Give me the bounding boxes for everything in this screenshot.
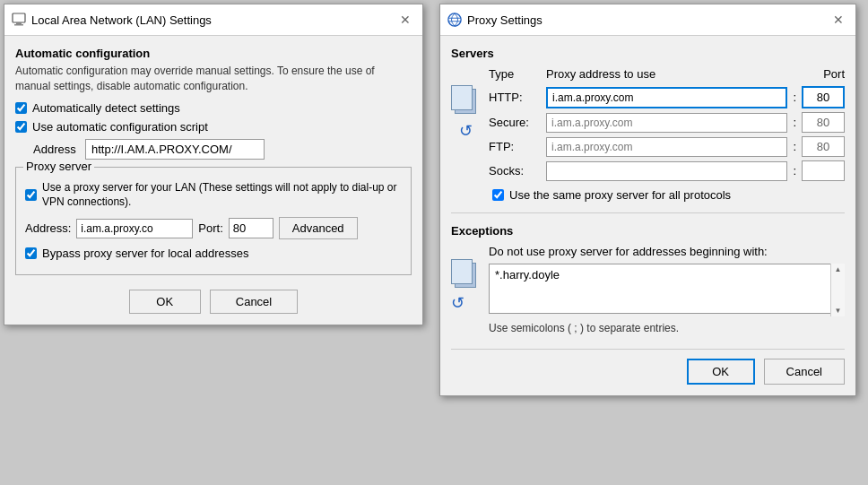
exceptions-section: Exceptions ↺ Do not use proxy server for… — [451, 224, 845, 334]
same-proxy-row: Use the same proxy server for all protoc… — [492, 188, 845, 202]
lan-dialog-content: Automatic configuration Automatic config… — [4, 36, 422, 325]
exceptions-desc: Do not use proxy server for addresses be… — [489, 245, 845, 258]
servers-icon: ↺ — [451, 85, 480, 141]
exceptions-textarea-wrap: ▲ ▼ — [489, 264, 845, 316]
ftp-port-input[interactable] — [802, 136, 845, 157]
http-address-input[interactable] — [546, 87, 787, 108]
proxy-server-section-label: Proxy server — [23, 160, 94, 173]
bypass-checkbox[interactable] — [25, 247, 37, 259]
secure-server-row: Secure: : — [489, 112, 845, 133]
secure-colon: : — [791, 116, 798, 129]
lan-title-icon — [12, 13, 26, 27]
proxy-dialog-buttons: OK Cancel — [451, 349, 845, 385]
http-port-input[interactable] — [802, 86, 845, 108]
secure-address-input[interactable] — [546, 113, 787, 133]
svg-point-3 — [448, 13, 461, 26]
bypass-row: Bypass proxy server for local addresses — [25, 247, 402, 260]
auto-config-section-label: Automatic configuration — [15, 47, 412, 60]
servers-header: Servers — [451, 47, 845, 60]
arrow-icon: ↺ — [459, 121, 473, 141]
lan-cancel-button[interactable]: Cancel — [210, 290, 298, 314]
col-type-header: Type — [489, 67, 542, 81]
script-address-input[interactable] — [85, 139, 265, 160]
socks-port-input[interactable] — [802, 160, 845, 181]
lan-dialog-buttons: OK Cancel — [15, 290, 412, 314]
same-proxy-checkbox[interactable] — [492, 189, 504, 201]
page-front-icon — [451, 85, 473, 110]
exceptions-arrow-icon: ↺ — [451, 293, 480, 313]
exceptions-right: Do not use proxy server for addresses be… — [489, 245, 845, 334]
use-proxy-checkbox[interactable] — [25, 189, 37, 201]
proxy-dialog-title: Proxy Settings — [467, 13, 542, 27]
ftp-label: FTP: — [489, 140, 542, 153]
ftp-address-input[interactable] — [546, 137, 787, 157]
lan-close-button[interactable]: ✕ — [395, 10, 415, 30]
proxy-server-group: Proxy server Use a proxy server for your… — [15, 167, 412, 276]
proxy-close-button[interactable]: ✕ — [829, 10, 848, 30]
auto-detect-label: Automatically detect settings — [32, 101, 180, 115]
col-address-header: Proxy address to use — [546, 67, 798, 81]
svg-rect-0 — [13, 13, 25, 22]
proxy-dialog-content: Servers ↺ Type Proxy address to use — [440, 36, 855, 395]
proxy-use-row: Use a proxy server for your LAN (These s… — [25, 180, 402, 211]
proxy-cancel-button[interactable]: Cancel — [764, 359, 845, 385]
servers-table: Type Proxy address to use Port HTTP: : S… — [489, 67, 845, 202]
http-server-row: HTTP: : — [489, 86, 845, 108]
exceptions-scrollbar[interactable]: ▲ ▼ — [830, 264, 845, 316]
secure-label: Secure: — [489, 116, 542, 129]
lan-ok-button[interactable]: OK — [129, 290, 201, 314]
scroll-up-arrow[interactable]: ▲ — [833, 264, 844, 275]
proxy-title-icon — [447, 13, 462, 27]
proxy-dialog: Proxy Settings ✕ Servers ↺ — [439, 4, 856, 396]
ftp-server-row: FTP: : — [489, 136, 845, 157]
auto-detect-checkbox[interactable] — [15, 102, 27, 114]
col-port-header: Port — [802, 67, 845, 81]
proxy-port-label: Port: — [198, 221, 222, 235]
proxy-ok-button[interactable]: OK — [687, 359, 755, 385]
proxy-address-row: Address: Port: Advanced — [25, 217, 402, 239]
ftp-colon: : — [791, 140, 798, 153]
exceptions-note: Use semicolons ( ; ) to separate entries… — [489, 322, 845, 334]
lan-dialog-title: Local Area Network (LAN) Settings — [31, 13, 212, 27]
secure-port-input[interactable] — [802, 112, 845, 133]
auto-detect-row: Automatically detect settings — [15, 101, 412, 115]
pages-icon — [451, 85, 480, 117]
socks-server-row: Socks: : — [489, 160, 845, 181]
proxy-address-input[interactable] — [76, 219, 193, 238]
socks-colon: : — [791, 164, 798, 178]
same-proxy-label: Use the same proxy server for all protoc… — [509, 188, 731, 202]
svg-rect-1 — [16, 22, 22, 24]
exceptions-textarea[interactable] — [489, 264, 845, 314]
use-script-label: Use automatic configuration script — [32, 120, 208, 134]
scroll-down-arrow[interactable]: ▼ — [833, 305, 844, 316]
socks-label: Socks: — [489, 164, 542, 178]
use-script-checkbox[interactable] — [15, 121, 27, 133]
http-colon: : — [791, 91, 798, 104]
lan-dialog: Local Area Network (LAN) Settings ✕ Auto… — [4, 4, 423, 325]
exceptions-icon: ↺ — [451, 259, 480, 313]
exceptions-pages-icon — [451, 259, 480, 291]
address-label: Address — [33, 143, 78, 156]
proxy-address-label: Address: — [25, 221, 71, 235]
section-divider — [451, 212, 845, 213]
svg-rect-2 — [14, 24, 23, 26]
servers-section: Servers ↺ Type Proxy address to use — [451, 47, 845, 202]
column-headers: Type Proxy address to use Port — [489, 67, 845, 81]
advanced-button[interactable]: Advanced — [279, 217, 358, 239]
proxy-desc-label: Use a proxy server for your LAN (These s… — [42, 180, 402, 211]
http-label: HTTP: — [489, 91, 542, 104]
socks-address-input[interactable] — [546, 161, 787, 181]
use-script-row: Use automatic configuration script — [15, 120, 412, 134]
exceptions-page-front — [451, 259, 473, 284]
script-address-row: Address — [33, 139, 412, 160]
exceptions-header: Exceptions — [451, 224, 845, 238]
proxy-titlebar: Proxy Settings ✕ — [440, 4, 855, 36]
auto-config-desc: Automatic configuration may override man… — [15, 64, 412, 94]
lan-titlebar: Local Area Network (LAN) Settings ✕ — [4, 4, 422, 36]
servers-table-area: ↺ Type Proxy address to use Port HTTP: : — [451, 67, 845, 202]
bypass-label: Bypass proxy server for local addresses — [42, 247, 248, 260]
exceptions-content: ↺ Do not use proxy server for addresses … — [451, 245, 845, 334]
proxy-port-input[interactable] — [229, 218, 273, 238]
